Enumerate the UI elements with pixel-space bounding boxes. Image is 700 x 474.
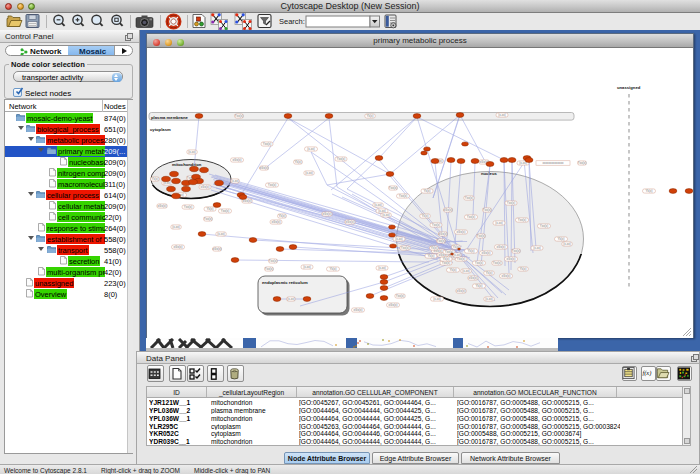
svg-text:Yk(x): Yk(x) <box>646 189 653 193</box>
svg-text:f(x): f(x) <box>642 369 651 377</box>
svg-text:Yxx(x): Yxx(x) <box>578 161 587 165</box>
svg-text:Yk(x): Yk(x) <box>468 249 475 253</box>
svg-text:Yxx(x): Yxx(x) <box>518 218 527 222</box>
svg-text:xGx(x): xGx(x) <box>469 276 478 280</box>
svg-text:Yxx(x): Yxx(x) <box>268 183 277 187</box>
svg-text:xGx(x): xGx(x) <box>457 230 466 234</box>
svg-text:Yk(x): Yk(x) <box>152 177 159 181</box>
svg-text:unassigned: unassigned <box>617 85 641 90</box>
svg-text:Yxx(x): Yxx(x) <box>204 217 213 221</box>
svg-text:Yxx(x): Yxx(x) <box>396 294 405 298</box>
svg-text:plasma membrane: plasma membrane <box>151 115 188 120</box>
svg-text:Yxx(x): Yxx(x) <box>432 223 441 227</box>
svg-text:(x-xx): (x-xx) <box>217 232 225 236</box>
svg-text:(x-xx): (x-xx) <box>188 150 196 154</box>
svg-text:Yxx(x): Yxx(x) <box>507 201 516 205</box>
svg-text:(x-xx): (x-xx) <box>533 246 541 250</box>
svg-text:xGx(x): xGx(x) <box>158 204 167 208</box>
svg-text:Yxx(x): Yxx(x) <box>442 261 451 265</box>
svg-text:xGx(x): xGx(x) <box>323 212 332 216</box>
svg-text:Yk(x): Yk(x) <box>424 189 431 193</box>
svg-text:(x-xx): (x-xx) <box>305 171 313 175</box>
svg-text:Yxx(x): Yxx(x) <box>389 186 398 190</box>
svg-text:Yk(x): Yk(x) <box>422 214 429 218</box>
svg-text:Yxx(x): Yxx(x) <box>401 246 410 250</box>
svg-text:xGx(x): xGx(x) <box>233 158 242 162</box>
svg-text:Yxx(x): Yxx(x) <box>221 209 230 213</box>
svg-text:xGx(x): xGx(x) <box>444 208 453 212</box>
svg-text:xGx(x): xGx(x) <box>346 220 355 224</box>
svg-text:xGx(x): xGx(x) <box>482 251 491 255</box>
svg-text:Yk(x): Yk(x) <box>428 254 435 258</box>
svg-text:Yk(x): Yk(x) <box>486 271 493 275</box>
svg-text:Yxx(x): Yxx(x) <box>265 267 274 271</box>
svg-text:Yk(x): Yk(x) <box>443 257 450 261</box>
svg-text:xGx(x): xGx(x) <box>507 257 516 261</box>
svg-text:xGx(x): xGx(x) <box>502 274 511 278</box>
svg-text:Yxx(x): Yxx(x) <box>337 157 346 161</box>
svg-text:(x-xx): (x-xx) <box>287 297 295 301</box>
svg-text:xGx(x): xGx(x) <box>272 220 281 224</box>
svg-text:(x-xx): (x-xx) <box>462 269 470 273</box>
svg-text:Yxx(x): Yxx(x) <box>493 261 502 265</box>
svg-text:xGx(x): xGx(x) <box>201 185 210 189</box>
svg-text:Yxx(x): Yxx(x) <box>512 249 521 253</box>
svg-text:Yk(x): Yk(x) <box>295 160 302 164</box>
svg-text:Yxx(x): Yxx(x) <box>457 257 466 261</box>
svg-text:xGx(x): xGx(x) <box>174 245 183 249</box>
svg-text:Yxx(x): Yxx(x) <box>263 142 272 146</box>
svg-text:Yk(x): Yk(x) <box>367 114 374 118</box>
svg-text:(x-xx): (x-xx) <box>453 253 461 257</box>
svg-text:(x-xx): (x-xx) <box>498 113 506 117</box>
svg-text:Yxx(x): Yxx(x) <box>465 196 474 200</box>
svg-text:Yxx(x): Yxx(x) <box>477 234 486 238</box>
svg-text:xGx(x): xGx(x) <box>354 308 363 312</box>
svg-text:(x-xx): (x-xx) <box>378 266 386 270</box>
svg-text:Search:: Search: <box>279 17 305 26</box>
svg-text:Yk(x): Yk(x) <box>520 267 527 271</box>
svg-text:(x-xx): (x-xx) <box>382 213 390 217</box>
svg-text:Yxx(x): Yxx(x) <box>467 215 476 219</box>
svg-text:xGx(x): xGx(x) <box>497 245 506 249</box>
svg-text:cytoplasm: cytoplasm <box>150 127 171 132</box>
svg-text:Yxx(x): Yxx(x) <box>475 261 484 265</box>
svg-text:(x-xx): (x-xx) <box>485 297 493 301</box>
svg-text:xGx(x): xGx(x) <box>389 303 398 307</box>
svg-text:mitochondrion: mitochondrion <box>172 162 202 167</box>
svg-text:Yk(x): Yk(x) <box>330 267 337 271</box>
svg-text:(x-xx): (x-xx) <box>231 179 239 183</box>
svg-text:Yxx(x): Yxx(x) <box>235 114 244 118</box>
svg-text:(x-xx): (x-xx) <box>495 221 503 225</box>
svg-text:Yk(x): Yk(x) <box>450 268 457 272</box>
svg-text:(x-xx): (x-xx) <box>374 203 382 207</box>
svg-text:(x-xx): (x-xx) <box>395 237 403 241</box>
svg-text:Yxx(x): Yxx(x) <box>184 205 193 209</box>
svg-text:(x-xx): (x-xx) <box>563 242 571 246</box>
svg-text:(x-xx): (x-xx) <box>303 265 311 269</box>
svg-text:Yxx(x): Yxx(x) <box>437 239 446 243</box>
svg-text:(x-xx): (x-xx) <box>307 147 315 151</box>
svg-text:Yk(x): Yk(x) <box>431 246 438 250</box>
svg-text:Yk(x): Yk(x) <box>558 237 565 241</box>
svg-text:Yxx(x): Yxx(x) <box>483 208 492 212</box>
svg-text:(x-xx): (x-xx) <box>172 225 180 229</box>
svg-text:xGx(x): xGx(x) <box>213 247 222 251</box>
svg-text:xGx(x): xGx(x) <box>260 166 269 170</box>
svg-text:endoplasmic reticulum: endoplasmic reticulum <box>262 280 308 285</box>
svg-text:Yxx(x): Yxx(x) <box>399 194 408 198</box>
svg-text:Yk(x): Yk(x) <box>476 284 483 288</box>
svg-text:xGx(x): xGx(x) <box>439 232 448 236</box>
svg-text:xxxxxxxxxxxxxx: xxxxxxxxxxxxxx <box>543 161 565 165</box>
svg-text:(x-xx): (x-xx) <box>433 297 441 301</box>
svg-text:xGx(x): xGx(x) <box>457 289 466 293</box>
svg-text:Yk(x): Yk(x) <box>207 207 214 211</box>
svg-text:Yk(x): Yk(x) <box>279 214 286 218</box>
svg-text:Yxx(x): Yxx(x) <box>269 259 278 263</box>
svg-text:Yxx(x): Yxx(x) <box>540 224 549 228</box>
svg-text:xGx(x): xGx(x) <box>243 199 252 203</box>
